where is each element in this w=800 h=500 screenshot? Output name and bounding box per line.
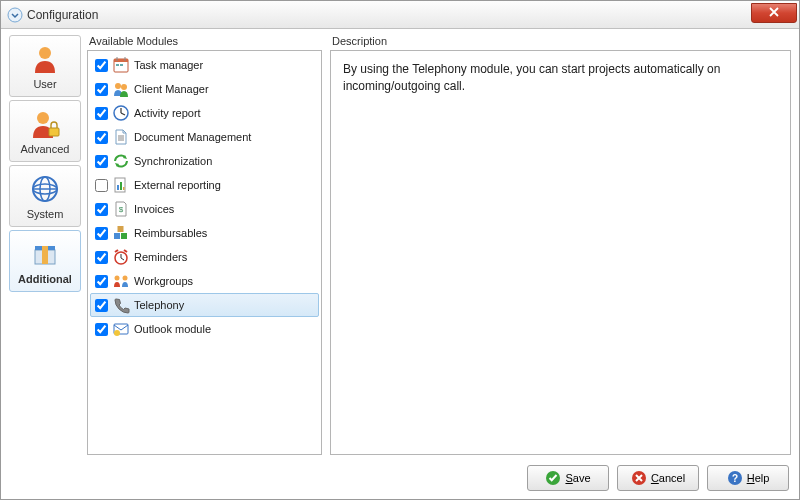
titlebar: Configuration [1,1,799,29]
module-checkbox[interactable] [95,275,108,288]
globe-icon [29,173,61,205]
config-window: Configuration User Advanced [0,0,800,500]
check-circle-icon [545,470,561,486]
calendar-icon [112,56,130,74]
description-header: Description [330,35,791,50]
module-label: Workgroups [134,275,193,287]
module-row[interactable]: Client Manager [90,77,319,101]
module-checkbox[interactable] [95,299,108,312]
svg-rect-16 [120,64,123,66]
svg-rect-33 [121,233,127,239]
sidebar: User Advanced System Additional [9,35,81,455]
help-button[interactable]: ? Help [707,465,789,491]
module-row[interactable]: Activity report [90,101,319,125]
module-checkbox[interactable] [95,227,108,240]
user-icon [29,43,61,75]
invoice-icon: $ [112,200,130,218]
module-checkbox[interactable] [95,203,108,216]
module-row[interactable]: Document Management [90,125,319,149]
svg-point-41 [123,276,128,281]
module-row[interactable]: Synchronization [90,149,319,173]
sidebar-item-label: Additional [18,273,72,285]
svg-line-38 [115,250,118,252]
group-icon [112,272,130,290]
svg-point-0 [8,8,22,22]
x-circle-icon [631,470,647,486]
button-bar: Save Cancel ? Help [1,459,799,499]
svg-rect-12 [114,59,128,62]
sidebar-item-advanced[interactable]: Advanced [9,100,81,162]
module-checkbox[interactable] [95,179,108,192]
document-icon [112,128,130,146]
outlook-icon [112,320,130,338]
save-label: Save [565,472,590,484]
module-row[interactable]: Reminders [90,245,319,269]
sidebar-item-user[interactable]: User [9,35,81,97]
sidebar-item-additional[interactable]: Additional [9,230,81,292]
module-label: Reimbursables [134,227,207,239]
close-button[interactable] [751,3,797,23]
question-circle-icon: ? [727,470,743,486]
module-label: Reminders [134,251,187,263]
modules-list[interactable]: Task managerClient ManagerActivity repor… [87,50,322,455]
sync-icon [112,152,130,170]
module-checkbox[interactable] [95,59,108,72]
module-label: Activity report [134,107,201,119]
module-checkbox[interactable] [95,251,108,264]
module-row[interactable]: Reimbursables [90,221,319,245]
module-row[interactable]: Telephony [90,293,319,317]
content-area: User Advanced System Additional [1,29,799,459]
svg-point-40 [115,276,120,281]
sidebar-item-label: User [33,78,56,90]
module-row[interactable]: Workgroups [90,269,319,293]
svg-point-17 [115,83,121,89]
svg-rect-3 [49,128,59,136]
sidebar-item-label: Advanced [21,143,70,155]
svg-rect-15 [116,64,119,66]
report-icon [112,176,130,194]
module-label: Task manager [134,59,203,71]
sidebar-item-system[interactable]: System [9,165,81,227]
module-checkbox[interactable] [95,155,108,168]
cancel-button[interactable]: Cancel [617,465,699,491]
close-icon [769,7,779,19]
modules-header: Available Modules [87,35,322,50]
module-checkbox[interactable] [95,83,108,96]
svg-text:?: ? [732,473,738,484]
boxes-icon [112,224,130,242]
user-lock-icon [29,108,61,140]
svg-point-1 [39,47,51,59]
modules-panel: Available Modules Task managerClient Man… [87,35,322,455]
svg-line-39 [124,250,127,252]
module-label: Synchronization [134,155,212,167]
module-label: Document Management [134,131,251,143]
window-title: Configuration [27,8,98,22]
chevron-down-icon [7,7,23,23]
svg-rect-28 [117,185,119,190]
cancel-label: Cancel [651,472,685,484]
module-row[interactable]: External reporting [90,173,319,197]
save-button[interactable]: Save [527,465,609,491]
module-label: Outlook module [134,323,211,335]
svg-rect-32 [114,233,120,239]
module-row[interactable]: Outlook module [90,317,319,341]
main-panels: Available Modules Task managerClient Man… [87,35,791,455]
module-row[interactable]: Task manager [90,53,319,77]
description-body: By using the Telephony module, you can s… [330,50,791,455]
svg-rect-34 [118,226,124,232]
module-label: Invoices [134,203,174,215]
svg-rect-30 [123,187,125,190]
help-label: Help [747,472,770,484]
module-row[interactable]: $Invoices [90,197,319,221]
description-panel: Description By using the Telephony modul… [330,35,791,455]
module-checkbox[interactable] [95,107,108,120]
module-label: Telephony [134,299,184,311]
svg-point-43 [114,330,120,336]
clock-icon [112,104,130,122]
phone-icon [112,296,130,314]
module-checkbox[interactable] [95,131,108,144]
svg-rect-10 [42,246,48,264]
module-checkbox[interactable] [95,323,108,336]
svg-point-18 [121,84,127,90]
svg-rect-29 [120,182,122,190]
